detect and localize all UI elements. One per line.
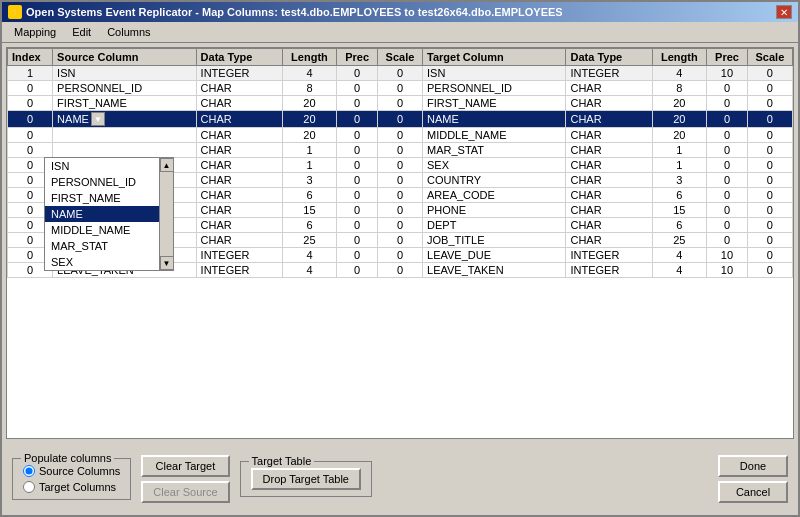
cell-source — [53, 128, 196, 143]
cell-target-length: 1 — [652, 158, 707, 173]
cell-target-length: 20 — [652, 96, 707, 111]
dropdown-item-name[interactable]: NAME — [45, 206, 159, 222]
cancel-button[interactable]: Cancel — [718, 481, 788, 503]
cell-index: 0 — [8, 96, 53, 111]
table-row[interactable]: 0FIRST_NAMECHAR2000FIRST_NAMECHAR2000 — [8, 96, 793, 111]
window-title: Open Systems Event Replicator - Map Colu… — [26, 6, 563, 18]
table-row[interactable]: 0CHAR2000MIDDLE_NAMECHAR2000 — [8, 128, 793, 143]
cell-length: 20 — [282, 128, 337, 143]
cell-length: 1 — [282, 143, 337, 158]
cell-target-scale: 0 — [747, 233, 792, 248]
cell-target-prec: 10 — [707, 248, 748, 263]
cell-target-scale: 0 — [747, 248, 792, 263]
cell-index: 0 — [8, 128, 53, 143]
close-button[interactable]: ✕ — [776, 5, 792, 19]
cell-scale: 0 — [377, 111, 422, 128]
cell-target-scale: 0 — [747, 143, 792, 158]
done-button[interactable]: Done — [718, 455, 788, 477]
header-index: Index — [8, 49, 53, 66]
cell-length: 20 — [282, 96, 337, 111]
cell-target-scale: 0 — [747, 263, 792, 278]
dropdown-item-middle-name[interactable]: MIDDLE_NAME — [45, 222, 159, 238]
cell-target-prec: 0 — [707, 158, 748, 173]
cell-target: NAME — [423, 111, 566, 128]
cell-target: ISN — [423, 66, 566, 81]
cell-index: 0 — [8, 143, 53, 158]
cell-prec: 0 — [337, 143, 378, 158]
cell-dtype: INTEGER — [196, 248, 282, 263]
header-target-column: Target Column — [423, 49, 566, 66]
cell-source: FIRST_NAME — [53, 96, 196, 111]
cell-target-prec: 0 — [707, 173, 748, 188]
table-row[interactable]: 0PERSONNEL_IDCHAR800PERSONNEL_IDCHAR800 — [8, 81, 793, 96]
cell-scale: 0 — [377, 248, 422, 263]
cell-target: JOB_TITLE — [423, 233, 566, 248]
cell-prec: 0 — [337, 158, 378, 173]
dropdown-item-mar-stat[interactable]: MAR_STAT — [45, 238, 159, 254]
cell-target-dtype: CHAR — [566, 143, 652, 158]
cell-prec: 0 — [337, 263, 378, 278]
cell-dtype: CHAR — [196, 81, 282, 96]
cell-target: SEX — [423, 158, 566, 173]
dropdown-scroll-up[interactable]: ▲ — [160, 158, 174, 172]
cell-target-scale: 0 — [747, 81, 792, 96]
table-row[interactable]: 0CHAR100MAR_STATCHAR100 — [8, 143, 793, 158]
cell-scale: 0 — [377, 263, 422, 278]
cell-target: DEPT — [423, 218, 566, 233]
cell-target-prec: 0 — [707, 111, 748, 128]
dropdown-item-personnel-id[interactable]: PERSONNEL_ID — [45, 174, 159, 190]
cell-target-prec: 0 — [707, 188, 748, 203]
dropdown-scrollbar[interactable]: ▲ ▼ — [159, 158, 173, 270]
cell-length: 1 — [282, 158, 337, 173]
menu-columns[interactable]: Columns — [99, 24, 158, 40]
target-table-group-title: Target Table — [249, 455, 315, 467]
cell-dtype: CHAR — [196, 128, 282, 143]
clear-source-button[interactable]: Clear Source — [141, 481, 229, 503]
menu-edit[interactable]: Edit — [64, 24, 99, 40]
cell-source[interactable]: NAME▼ — [53, 111, 196, 128]
cell-target-prec: 0 — [707, 81, 748, 96]
cell-index: 1 — [8, 66, 53, 81]
dropdown-item-sex[interactable]: SEX — [45, 254, 159, 270]
cell-prec: 0 — [337, 173, 378, 188]
dropdown-item-first-name[interactable]: FIRST_NAME — [45, 190, 159, 206]
cell-dtype: CHAR — [196, 233, 282, 248]
cell-prec: 0 — [337, 128, 378, 143]
dropdown-scroll-down[interactable]: ▼ — [160, 256, 174, 270]
cell-dtype: CHAR — [196, 188, 282, 203]
radio-source-label: Source Columns — [39, 465, 120, 477]
menu-mapping[interactable]: Mapping — [6, 24, 64, 40]
cell-prec: 0 — [337, 81, 378, 96]
cell-target-length: 4 — [652, 66, 707, 81]
drop-target-table-button[interactable]: Drop Target Table — [251, 468, 361, 490]
header-length: Length — [282, 49, 337, 66]
cell-dtype: CHAR — [196, 111, 282, 128]
radio-source-columns[interactable] — [23, 465, 35, 477]
target-table-group: Target Table Drop Target Table — [240, 461, 372, 497]
clear-target-button[interactable]: Clear Target — [141, 455, 229, 477]
header-prec: Prec — [337, 49, 378, 66]
radio-target-label: Target Columns — [39, 481, 116, 493]
cell-target-prec: 0 — [707, 218, 748, 233]
cell-prec: 0 — [337, 233, 378, 248]
cell-target: PERSONNEL_ID — [423, 81, 566, 96]
dropdown-arrow-icon[interactable]: ▼ — [91, 112, 105, 126]
cell-target: MIDDLE_NAME — [423, 128, 566, 143]
dropdown-item-isn[interactable]: ISN — [45, 158, 159, 174]
cell-dtype: INTEGER — [196, 66, 282, 81]
table-row[interactable]: 1ISNINTEGER400ISNINTEGER4100 — [8, 66, 793, 81]
cell-target-scale: 0 — [747, 173, 792, 188]
table-header-row: Index Source Column Data Type Length Pre… — [8, 49, 793, 66]
cell-scale: 0 — [377, 96, 422, 111]
title-bar-left: ⚡ Open Systems Event Replicator - Map Co… — [8, 5, 563, 19]
header-target-data-type: Data Type — [566, 49, 652, 66]
header-target-length: Length — [652, 49, 707, 66]
cell-dtype: CHAR — [196, 143, 282, 158]
app-icon: ⚡ — [8, 5, 22, 19]
table-row[interactable]: 0NAME▼CHAR2000NAMECHAR2000 — [8, 111, 793, 128]
cell-length: 6 — [282, 218, 337, 233]
cell-scale: 0 — [377, 128, 422, 143]
radio-target-columns[interactable] — [23, 481, 35, 493]
cell-target-scale: 0 — [747, 66, 792, 81]
source-column-dropdown[interactable]: ISN PERSONNEL_ID FIRST_NAME NAME MIDDLE_… — [44, 157, 174, 271]
